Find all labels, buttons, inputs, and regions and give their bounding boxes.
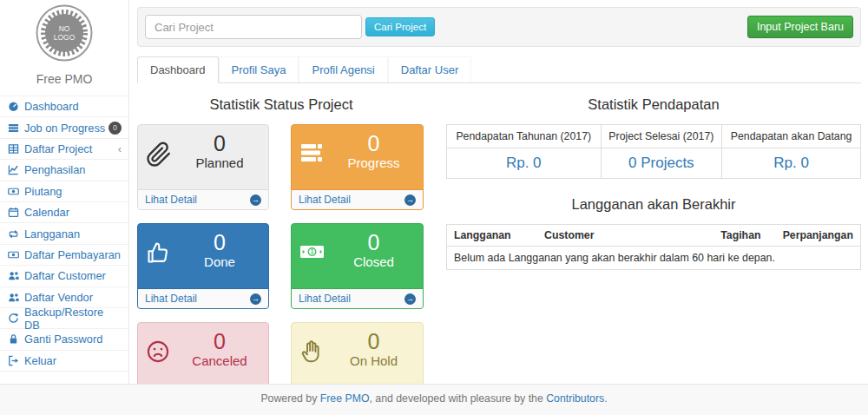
sidebar-item-label: Job on Progress xyxy=(24,122,105,135)
tab-profil-saya[interactable]: Profil Saya xyxy=(219,56,299,82)
income-header: Pendapatan akan Datang xyxy=(722,125,861,148)
refresh-icon xyxy=(8,313,19,324)
income-value: 0 Projects xyxy=(601,148,722,179)
sidebar-item-label: Piutang xyxy=(24,185,62,198)
income-section: Statistik Pendapatan Pendapatan Tahunan … xyxy=(446,95,861,408)
no-logo-badge-icon: NO LOGO xyxy=(36,4,93,62)
sidebar-item-label: Calendar xyxy=(24,206,69,219)
status-count: 0 xyxy=(174,330,265,352)
sidebar-item-langganan[interactable]: Langganan xyxy=(0,222,128,243)
income-header: Project Selesai (2017) xyxy=(601,125,722,148)
sidebar: NO LOGO Free PMO Dashboard Job on Progre… xyxy=(0,0,129,385)
calendar-icon xyxy=(8,207,19,218)
status-count: 0 xyxy=(328,231,419,254)
sidebar-item-label: Langganan xyxy=(24,227,80,240)
svg-text:1: 1 xyxy=(311,248,314,254)
retweet-icon xyxy=(8,228,19,240)
sidebar-item-penghasilan[interactable]: Penghasilan xyxy=(0,159,128,180)
subscription-table: Langganan Customer Tagihan Perpanjangan … xyxy=(446,224,861,270)
arrow-circle-right-icon: → xyxy=(250,293,261,305)
lock-icon xyxy=(8,333,19,345)
new-project-button[interactable]: Input Project Baru xyxy=(747,16,853,38)
sidebar-item-daftar-pembayaran[interactable]: Daftar Pembayaran xyxy=(0,244,128,265)
sidebar-item-label: Daftar Project xyxy=(24,142,92,155)
status-cards-grid: 0 Planned Lihat Detail → xyxy=(137,124,425,408)
sidebar-item-piutang[interactable]: Piutang xyxy=(0,181,128,201)
sidebar-item-label: Backup/Restore DB xyxy=(24,306,122,332)
subscription-header-row: Langganan Customer Tagihan Perpanjangan xyxy=(447,225,861,247)
table-icon xyxy=(8,143,19,155)
sidebar-item-calendar[interactable]: Calendar xyxy=(0,201,128,222)
arrow-circle-right-icon: → xyxy=(250,194,261,206)
sidebar-item-daftar-project[interactable]: Daftar Project ‹ xyxy=(0,138,128,159)
brand-name: Free PMO xyxy=(0,72,128,86)
hand-paper-icon xyxy=(299,339,323,364)
search-input[interactable] xyxy=(145,15,362,39)
sidebar-item-dashboard[interactable]: Dashboard xyxy=(0,96,128,116)
page-footer: Powered by Free PMO, and developed with … xyxy=(0,384,868,415)
status-label: Closed xyxy=(328,254,419,269)
status-count: 0 xyxy=(328,132,419,155)
lihat-detail-link[interactable]: Lihat Detail → xyxy=(138,189,268,209)
sign-out-icon xyxy=(8,355,19,366)
sidebar-menu: Dashboard Job on Progress 0 Daftar Proje… xyxy=(0,96,128,372)
tab-dashboard[interactable]: Dashboard xyxy=(137,56,219,83)
top-toolbar: Cari Project Input Project Baru xyxy=(137,7,861,47)
users-icon xyxy=(8,270,19,281)
job-count-badge: 0 xyxy=(108,122,122,135)
money-icon xyxy=(8,249,19,260)
status-label: On Hold xyxy=(328,353,419,368)
line-chart-icon xyxy=(8,164,19,175)
status-card-closed: 1 0 Closed Lihat Detail → xyxy=(291,223,424,309)
income-table: Pendapatan Tahunan (2017) Project Selesa… xyxy=(446,124,861,179)
status-card-done: 0 Done Lihat Detail → xyxy=(137,223,269,309)
chevron-left-icon: ‹ xyxy=(118,143,122,155)
sidebar-item-label: Ganti Password xyxy=(24,333,102,346)
logo: NO LOGO xyxy=(0,0,128,65)
column-header: Tagihan xyxy=(713,225,775,247)
sidebar-item-label: Penghasilan xyxy=(24,163,85,176)
status-label: Planned xyxy=(174,155,265,170)
column-header: Customer xyxy=(537,225,713,247)
free-pmo-link[interactable]: Free PMO xyxy=(320,392,370,405)
sidebar-item-backup-restore[interactable]: Backup/Restore DB xyxy=(0,307,128,328)
status-section-title: Statistik Status Project xyxy=(137,96,425,113)
column-header: Langganan xyxy=(447,225,538,247)
sidebar-item-daftar-vendor[interactable]: Daftar Vendor xyxy=(0,287,128,307)
income-header: Pendapatan Tahunan (2017) xyxy=(447,125,602,148)
sidebar-item-label: Daftar Pembayaran xyxy=(24,248,121,261)
status-section: Statistik Status Project 0 Planned Lihat… xyxy=(137,95,425,408)
sidebar-item-ganti-password[interactable]: Ganti Password xyxy=(0,328,128,349)
thumbs-up-icon xyxy=(146,240,170,265)
status-label: Progress xyxy=(328,155,419,170)
tab-profil-agensi[interactable]: Profil Agensi xyxy=(299,56,387,82)
status-count: 0 xyxy=(174,132,265,155)
lihat-detail-link[interactable]: Lihat Detail → xyxy=(292,288,423,308)
tasks-icon xyxy=(299,142,324,164)
search-button[interactable]: Cari Project xyxy=(365,17,435,36)
arrow-circle-right-icon: → xyxy=(404,293,416,305)
lihat-detail-link[interactable]: Lihat Detail → xyxy=(138,288,268,308)
sidebar-item-job-on-progress[interactable]: Job on Progress 0 xyxy=(0,116,128,137)
subscription-empty-row: Belum ada Langganan yang akan berakhir d… xyxy=(447,247,861,270)
money-icon xyxy=(8,186,19,197)
money-icon: 1 xyxy=(299,240,326,263)
status-count: 0 xyxy=(174,231,265,254)
lihat-detail-link[interactable]: Lihat Detail → xyxy=(292,189,423,209)
main-content: Cari Project Input Project Baru Dashboar… xyxy=(130,0,868,408)
empty-message: Belum ada Langganan yang akan berakhir d… xyxy=(447,247,861,270)
contributors-link[interactable]: Contributors xyxy=(546,392,604,405)
sidebar-item-daftar-customer[interactable]: Daftar Customer xyxy=(0,265,128,286)
svg-text:NO: NO xyxy=(59,24,70,33)
income-value: Rp. 0 xyxy=(722,148,861,179)
sidebar-item-label: Dashboard xyxy=(24,100,79,113)
subscription-section-title: Langganan akan Berakhir xyxy=(446,196,861,213)
free-pmo-dashboard: NO LOGO Free PMO Dashboard Job on Progre… xyxy=(0,0,868,415)
tab-daftar-user[interactable]: Daftar User xyxy=(388,56,471,82)
svg-text:LOGO: LOGO xyxy=(54,33,76,42)
sidebar-item-label: Daftar Customer xyxy=(24,269,106,282)
users-icon xyxy=(8,292,19,303)
tab-bar: Dashboard Profil Saya Profil Agensi Daft… xyxy=(137,56,861,83)
arrow-circle-right-icon: → xyxy=(404,194,416,206)
sidebar-item-keluar[interactable]: Keluar xyxy=(0,350,128,372)
